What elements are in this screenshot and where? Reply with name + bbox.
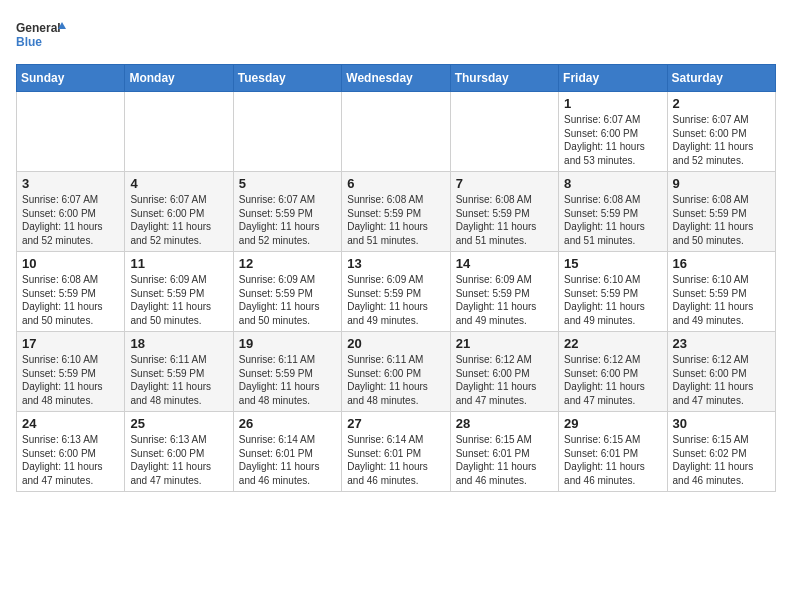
day-number: 27 — [347, 416, 444, 431]
day-info: Sunrise: 6:07 AM Sunset: 6:00 PM Dayligh… — [564, 113, 661, 167]
week-row-1: 1Sunrise: 6:07 AM Sunset: 6:00 PM Daylig… — [17, 92, 776, 172]
day-cell — [450, 92, 558, 172]
day-info: Sunrise: 6:08 AM Sunset: 5:59 PM Dayligh… — [22, 273, 119, 327]
day-info: Sunrise: 6:10 AM Sunset: 5:59 PM Dayligh… — [673, 273, 770, 327]
day-cell: 17Sunrise: 6:10 AM Sunset: 5:59 PM Dayli… — [17, 332, 125, 412]
day-info: Sunrise: 6:09 AM Sunset: 5:59 PM Dayligh… — [456, 273, 553, 327]
day-cell: 6Sunrise: 6:08 AM Sunset: 5:59 PM Daylig… — [342, 172, 450, 252]
day-cell: 3Sunrise: 6:07 AM Sunset: 6:00 PM Daylig… — [17, 172, 125, 252]
week-row-5: 24Sunrise: 6:13 AM Sunset: 6:00 PM Dayli… — [17, 412, 776, 492]
day-info: Sunrise: 6:08 AM Sunset: 5:59 PM Dayligh… — [347, 193, 444, 247]
day-number: 26 — [239, 416, 336, 431]
day-cell: 22Sunrise: 6:12 AM Sunset: 6:00 PM Dayli… — [559, 332, 667, 412]
day-number: 20 — [347, 336, 444, 351]
day-number: 24 — [22, 416, 119, 431]
day-cell: 5Sunrise: 6:07 AM Sunset: 5:59 PM Daylig… — [233, 172, 341, 252]
week-row-3: 10Sunrise: 6:08 AM Sunset: 5:59 PM Dayli… — [17, 252, 776, 332]
day-info: Sunrise: 6:08 AM Sunset: 5:59 PM Dayligh… — [456, 193, 553, 247]
day-cell: 27Sunrise: 6:14 AM Sunset: 6:01 PM Dayli… — [342, 412, 450, 492]
day-cell: 23Sunrise: 6:12 AM Sunset: 6:00 PM Dayli… — [667, 332, 775, 412]
day-number: 19 — [239, 336, 336, 351]
day-cell: 13Sunrise: 6:09 AM Sunset: 5:59 PM Dayli… — [342, 252, 450, 332]
day-number: 16 — [673, 256, 770, 271]
day-info: Sunrise: 6:12 AM Sunset: 6:00 PM Dayligh… — [456, 353, 553, 407]
day-info: Sunrise: 6:11 AM Sunset: 6:00 PM Dayligh… — [347, 353, 444, 407]
day-cell: 18Sunrise: 6:11 AM Sunset: 5:59 PM Dayli… — [125, 332, 233, 412]
logo: General Blue — [16, 16, 66, 56]
day-number: 9 — [673, 176, 770, 191]
day-number: 10 — [22, 256, 119, 271]
day-number: 6 — [347, 176, 444, 191]
day-number: 4 — [130, 176, 227, 191]
day-cell: 29Sunrise: 6:15 AM Sunset: 6:01 PM Dayli… — [559, 412, 667, 492]
day-number: 28 — [456, 416, 553, 431]
col-header-tuesday: Tuesday — [233, 65, 341, 92]
day-number: 15 — [564, 256, 661, 271]
col-header-monday: Monday — [125, 65, 233, 92]
day-cell — [233, 92, 341, 172]
day-info: Sunrise: 6:11 AM Sunset: 5:59 PM Dayligh… — [239, 353, 336, 407]
day-info: Sunrise: 6:07 AM Sunset: 6:00 PM Dayligh… — [673, 113, 770, 167]
day-cell: 9Sunrise: 6:08 AM Sunset: 5:59 PM Daylig… — [667, 172, 775, 252]
day-cell: 30Sunrise: 6:15 AM Sunset: 6:02 PM Dayli… — [667, 412, 775, 492]
day-number: 3 — [22, 176, 119, 191]
day-info: Sunrise: 6:07 AM Sunset: 6:00 PM Dayligh… — [130, 193, 227, 247]
day-info: Sunrise: 6:12 AM Sunset: 6:00 PM Dayligh… — [564, 353, 661, 407]
day-cell: 7Sunrise: 6:08 AM Sunset: 5:59 PM Daylig… — [450, 172, 558, 252]
calendar-table: SundayMondayTuesdayWednesdayThursdayFrid… — [16, 64, 776, 492]
day-info: Sunrise: 6:08 AM Sunset: 5:59 PM Dayligh… — [564, 193, 661, 247]
day-number: 2 — [673, 96, 770, 111]
day-number: 7 — [456, 176, 553, 191]
col-header-sunday: Sunday — [17, 65, 125, 92]
day-number: 14 — [456, 256, 553, 271]
day-number: 12 — [239, 256, 336, 271]
day-info: Sunrise: 6:08 AM Sunset: 5:59 PM Dayligh… — [673, 193, 770, 247]
day-info: Sunrise: 6:14 AM Sunset: 6:01 PM Dayligh… — [239, 433, 336, 487]
col-header-thursday: Thursday — [450, 65, 558, 92]
day-cell: 11Sunrise: 6:09 AM Sunset: 5:59 PM Dayli… — [125, 252, 233, 332]
day-cell: 14Sunrise: 6:09 AM Sunset: 5:59 PM Dayli… — [450, 252, 558, 332]
day-cell: 16Sunrise: 6:10 AM Sunset: 5:59 PM Dayli… — [667, 252, 775, 332]
day-cell: 21Sunrise: 6:12 AM Sunset: 6:00 PM Dayli… — [450, 332, 558, 412]
day-info: Sunrise: 6:15 AM Sunset: 6:01 PM Dayligh… — [456, 433, 553, 487]
week-row-2: 3Sunrise: 6:07 AM Sunset: 6:00 PM Daylig… — [17, 172, 776, 252]
page-header: General Blue — [16, 16, 776, 56]
day-info: Sunrise: 6:13 AM Sunset: 6:00 PM Dayligh… — [22, 433, 119, 487]
day-cell: 10Sunrise: 6:08 AM Sunset: 5:59 PM Dayli… — [17, 252, 125, 332]
day-info: Sunrise: 6:10 AM Sunset: 5:59 PM Dayligh… — [22, 353, 119, 407]
day-cell: 8Sunrise: 6:08 AM Sunset: 5:59 PM Daylig… — [559, 172, 667, 252]
day-cell: 25Sunrise: 6:13 AM Sunset: 6:00 PM Dayli… — [125, 412, 233, 492]
day-info: Sunrise: 6:09 AM Sunset: 5:59 PM Dayligh… — [239, 273, 336, 327]
day-number: 29 — [564, 416, 661, 431]
col-header-friday: Friday — [559, 65, 667, 92]
day-info: Sunrise: 6:11 AM Sunset: 5:59 PM Dayligh… — [130, 353, 227, 407]
logo-svg: General Blue — [16, 16, 66, 56]
day-cell: 4Sunrise: 6:07 AM Sunset: 6:00 PM Daylig… — [125, 172, 233, 252]
day-number: 13 — [347, 256, 444, 271]
day-number: 1 — [564, 96, 661, 111]
day-info: Sunrise: 6:09 AM Sunset: 5:59 PM Dayligh… — [130, 273, 227, 327]
day-cell — [125, 92, 233, 172]
svg-text:Blue: Blue — [16, 35, 42, 49]
day-info: Sunrise: 6:13 AM Sunset: 6:00 PM Dayligh… — [130, 433, 227, 487]
day-number: 22 — [564, 336, 661, 351]
day-number: 17 — [22, 336, 119, 351]
day-cell: 1Sunrise: 6:07 AM Sunset: 6:00 PM Daylig… — [559, 92, 667, 172]
col-header-saturday: Saturday — [667, 65, 775, 92]
day-info: Sunrise: 6:15 AM Sunset: 6:02 PM Dayligh… — [673, 433, 770, 487]
day-number: 25 — [130, 416, 227, 431]
day-cell: 24Sunrise: 6:13 AM Sunset: 6:00 PM Dayli… — [17, 412, 125, 492]
day-cell: 20Sunrise: 6:11 AM Sunset: 6:00 PM Dayli… — [342, 332, 450, 412]
day-cell: 19Sunrise: 6:11 AM Sunset: 5:59 PM Dayli… — [233, 332, 341, 412]
day-cell — [17, 92, 125, 172]
day-number: 11 — [130, 256, 227, 271]
day-number: 21 — [456, 336, 553, 351]
day-number: 23 — [673, 336, 770, 351]
day-info: Sunrise: 6:15 AM Sunset: 6:01 PM Dayligh… — [564, 433, 661, 487]
day-info: Sunrise: 6:07 AM Sunset: 6:00 PM Dayligh… — [22, 193, 119, 247]
col-header-wednesday: Wednesday — [342, 65, 450, 92]
svg-text:General: General — [16, 21, 61, 35]
header-row: SundayMondayTuesdayWednesdayThursdayFrid… — [17, 65, 776, 92]
day-info: Sunrise: 6:09 AM Sunset: 5:59 PM Dayligh… — [347, 273, 444, 327]
day-number: 5 — [239, 176, 336, 191]
